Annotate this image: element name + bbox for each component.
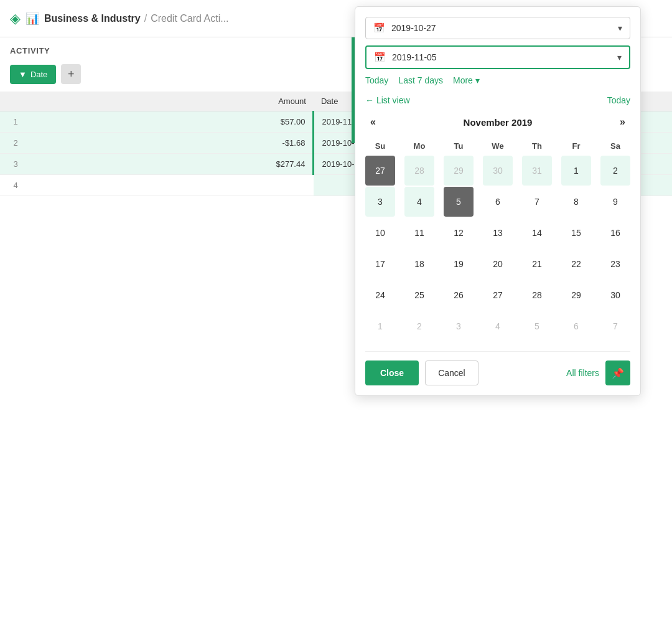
day-header: We [483, 138, 513, 154]
calendar-day[interactable]: 26 [444, 280, 474, 310]
date-from-input[interactable]: 📅 2019-10-27 ▾ [365, 17, 630, 39]
today-quick-btn[interactable]: Today [365, 75, 388, 85]
row-number: 2 [0, 133, 31, 154]
calendar-day[interactable]: 20 [483, 249, 513, 279]
close-button[interactable]: Close [365, 360, 419, 385]
date-to-value: 2019-11-05 [392, 52, 617, 62]
calendar-day[interactable]: 7 [522, 187, 552, 217]
calendar-day[interactable]: 15 [561, 218, 591, 248]
calendar-day[interactable]: 29 [444, 156, 474, 186]
calendar-day[interactable]: 28 [522, 280, 552, 310]
row-number: 4 [0, 175, 31, 196]
calendar-day[interactable]: 19 [444, 249, 474, 279]
last7days-quick-btn[interactable]: Last 7 days [398, 75, 443, 85]
calendar-day-headers: SuMoTuWeThFrSa [365, 138, 630, 154]
cancel-button[interactable]: Cancel [425, 360, 478, 385]
calendar-day[interactable]: 5 [444, 187, 474, 217]
row-amount: $277.44 [31, 154, 314, 175]
today-cal-button[interactable]: Today [607, 95, 630, 105]
main-area: ACTIVITY ▼ Date + Amount Date 1$57.00201… [0, 37, 672, 622]
calendar-day[interactable]: 24 [365, 280, 395, 310]
all-filters-button[interactable]: All filters [566, 360, 599, 385]
calendar-day[interactable]: 2 [600, 156, 630, 186]
next-month-button[interactable]: » [615, 114, 630, 130]
calendar-day[interactable]: 18 [404, 249, 434, 279]
quick-filters: Today Last 7 days More ▾ [365, 75, 630, 85]
day-header: Fr [561, 138, 591, 154]
calendar-day[interactable]: 28 [404, 156, 434, 186]
date-filter-button[interactable]: ▼ Date [10, 65, 56, 84]
more-quick-btn[interactable]: More ▾ [453, 75, 480, 85]
calendar-day[interactable]: 13 [483, 218, 513, 248]
day-header: Mo [404, 138, 434, 154]
calendar-day[interactable]: 27 [483, 280, 513, 310]
bottom-buttons: Close Cancel All filters 📌 [365, 351, 630, 385]
calendar-day[interactable]: 5 [522, 311, 552, 341]
calendar-day[interactable]: 30 [483, 156, 513, 186]
row-number: 3 [0, 154, 31, 175]
day-header: Sa [600, 138, 630, 154]
add-filter-button[interactable]: + [61, 64, 81, 84]
calendar-day[interactable]: 14 [522, 218, 552, 248]
calendar-day[interactable]: 7 [600, 311, 630, 341]
row-amount: -$1.68 [31, 133, 314, 154]
calendar-week: 24252627282930 [365, 280, 630, 310]
filter-label: Date [30, 70, 47, 79]
calendar-day[interactable]: 6 [483, 187, 513, 217]
logo-icon: ◈ [10, 11, 21, 27]
breadcrumb-separator: / [144, 13, 147, 24]
chevron-down-icon: ▾ [618, 23, 622, 33]
breadcrumb-current: Credit Card Acti... [151, 13, 228, 24]
calendar-week: 3456789 [365, 187, 630, 217]
day-header: Th [522, 138, 552, 154]
app-icon: 📊 [26, 12, 39, 26]
calendar-day[interactable]: 27 [365, 156, 395, 186]
calendar-day[interactable]: 29 [561, 280, 591, 310]
day-header: Tu [444, 138, 474, 154]
pin-icon: 📌 [612, 367, 624, 379]
calendar-from-icon: 📅 [373, 22, 385, 34]
list-view-button[interactable]: ← List view [365, 95, 410, 105]
date-picker-panel: 📅 2019-10-27 ▾ 📅 2019-11-05 ▾ Today Last… [355, 6, 641, 396]
calendar-week: 1234567 [365, 311, 630, 341]
row-amount [31, 175, 314, 196]
calendar-day[interactable]: 30 [600, 280, 630, 310]
calendar-day[interactable]: 11 [404, 218, 434, 248]
calendar-month-title: November 2019 [464, 117, 533, 128]
calendar-day[interactable]: 8 [561, 187, 591, 217]
calendar-day[interactable]: 31 [522, 156, 552, 186]
calendar-day[interactable]: 17 [365, 249, 395, 279]
calendar-day[interactable]: 4 [483, 311, 513, 341]
calendar-day[interactable]: 12 [444, 218, 474, 248]
calendar-day[interactable]: 21 [522, 249, 552, 279]
prev-month-button[interactable]: « [365, 114, 381, 130]
calendar-day[interactable]: 3 [365, 187, 395, 217]
calendar-day[interactable]: 3 [444, 311, 474, 341]
calendar-body: 2728293031123456789101112131415161718192… [365, 156, 630, 341]
calendar-day[interactable]: 6 [561, 311, 591, 341]
breadcrumb-business[interactable]: Business & Industry [44, 13, 141, 24]
calendar-day[interactable]: 22 [561, 249, 591, 279]
calendar-day[interactable]: 9 [600, 187, 630, 217]
calendar-day[interactable]: 25 [404, 280, 434, 310]
cal-action-bar: ← List view Today [365, 95, 630, 105]
more-label: More [453, 75, 473, 85]
calendar-day[interactable]: 2 [404, 311, 434, 341]
breadcrumb: Business & Industry / Credit Card Acti..… [44, 13, 229, 24]
pin-button[interactable]: 📌 [605, 360, 630, 385]
date-to-input[interactable]: 📅 2019-11-05 ▾ [365, 45, 630, 69]
calendar-day[interactable]: 16 [600, 218, 630, 248]
filter-icon: ▼ [19, 70, 27, 79]
col-header-amount: Amount [31, 92, 314, 111]
row-amount: $57.00 [31, 111, 314, 133]
calendar-day[interactable]: 23 [600, 249, 630, 279]
calendar-day[interactable]: 4 [404, 187, 434, 217]
calendar-day[interactable]: 10 [365, 218, 395, 248]
calendar-week: 272829303112 [365, 156, 630, 186]
more-chevron-icon: ▾ [475, 75, 480, 85]
calendar-nav: « November 2019 » [365, 114, 630, 130]
calendar-day[interactable]: 1 [561, 156, 591, 186]
calendar-day[interactable]: 1 [365, 311, 395, 341]
calendar-week: 10111213141516 [365, 218, 630, 248]
day-header: Su [365, 138, 395, 154]
